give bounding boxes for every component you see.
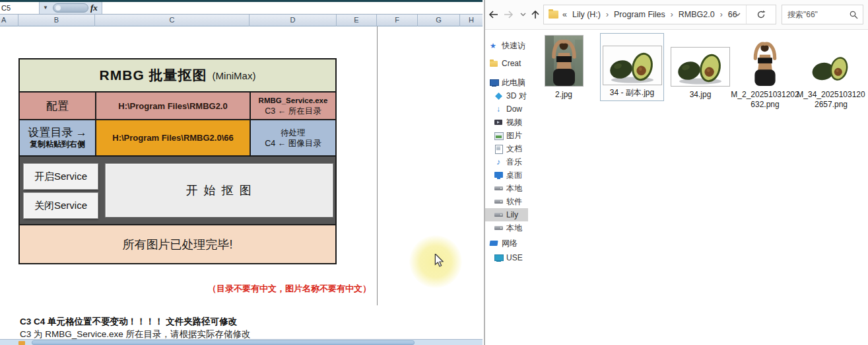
file-thumbnail xyxy=(602,36,662,85)
breadcrumb-item[interactable]: Lily (H:) xyxy=(571,10,602,19)
file-thumbnail xyxy=(543,34,584,86)
search-box[interactable]: 搜索"66" xyxy=(782,5,863,24)
address-bar[interactable]: « Lily (H:) › Program Files › xyxy=(543,5,776,24)
file-name: 34 - 副本.jpg xyxy=(602,88,662,98)
set-dir-label-cell[interactable]: 设置目录 → 复制粘贴到右侧 xyxy=(20,120,96,155)
breadcrumb-overflow[interactable]: « xyxy=(562,10,567,19)
breadcrumb-item[interactable]: Program Files xyxy=(613,10,667,19)
directory-row: 设置目录 → 复制粘贴到右侧 H:\Program Files\RMBG2.0\… xyxy=(20,119,335,155)
service-note-line2: C3 ← 所在目录 xyxy=(265,106,321,116)
column-header[interactable]: D xyxy=(250,15,337,26)
screen: C5 ▼ fx ABCDEFGH RMBG 批量抠图 (MiniMax) 配置 … xyxy=(0,0,868,345)
capsule-dot xyxy=(55,5,61,11)
formula-bar-input[interactable] xyxy=(102,2,483,14)
scrollbar-thumb[interactable] xyxy=(32,340,415,345)
close-service-button[interactable]: 关闭Service xyxy=(24,193,98,218)
file-thumbnail xyxy=(670,34,731,86)
search-icon xyxy=(850,11,858,19)
column-headers: ABCDEFGH xyxy=(0,15,483,26)
up-button[interactable] xyxy=(529,9,542,20)
back-arrow-icon xyxy=(488,10,498,19)
recent-locations-button[interactable] xyxy=(518,9,527,20)
set-dir-line2: 复制粘贴到右侧 xyxy=(30,139,85,149)
explorer-body: 快速访 Creat 此电脑 3D 对 xyxy=(485,30,868,345)
column-header[interactable]: H xyxy=(460,15,483,26)
avocado-photo-thumbnail xyxy=(671,48,729,86)
chevron-down-icon xyxy=(735,13,741,17)
page-break-line xyxy=(377,26,378,305)
formula-bar-row: C5 ▼ fx xyxy=(0,2,483,15)
status-message: 所有图片已处理完毕! xyxy=(20,224,335,263)
search-text: 搜索"66" xyxy=(782,9,850,20)
column-header[interactable]: B xyxy=(18,15,95,26)
service-note-line1: RMBG_Service.exe xyxy=(259,96,328,106)
open-service-button[interactable]: 开启Service xyxy=(24,164,98,189)
breadcrumb-separator-icon: › xyxy=(667,10,677,19)
pending-note-cell[interactable]: 待处理 C4 ← 图像目录 xyxy=(251,120,335,155)
file-name: M_34_20251031202657.png xyxy=(797,90,865,110)
service-path-cell-c3[interactable]: H:\Program Files\RMBG2.0 xyxy=(96,93,251,119)
chevron-down-icon xyxy=(520,13,526,17)
pending-line2: C4 ← 图像目录 xyxy=(265,138,321,149)
forward-button[interactable] xyxy=(502,9,516,20)
column-header[interactable]: E xyxy=(337,15,377,26)
back-button[interactable] xyxy=(486,9,500,20)
rmbg-tool-panel: RMBG 批量抠图 (MiniMax) 配置 H:\Program Files\… xyxy=(18,58,337,264)
explorer-toolbar: « Lily (H:) › Program Files › xyxy=(485,0,868,30)
tool-title-text: RMBG 批量抠图 xyxy=(100,66,207,85)
column-header[interactable]: F xyxy=(377,15,418,26)
tool-subtitle: (MiniMax) xyxy=(213,70,256,81)
insert-function-icon[interactable]: fx xyxy=(90,3,101,14)
file-list: 2.jpg xyxy=(485,30,868,345)
file-item[interactable]: M_34_20251031202657.png xyxy=(797,34,865,110)
folder-icon xyxy=(549,11,558,19)
up-arrow-icon xyxy=(531,10,540,19)
file-item[interactable]: 34.jpg xyxy=(670,34,731,100)
excel-window: C5 ▼ fx ABCDEFGH RMBG 批量抠图 (MiniMax) 配置 … xyxy=(0,0,483,345)
image-dir-cell-c4[interactable]: H:\Program Files\RMBG2.0\66 xyxy=(96,120,251,155)
note-line-2: C3 为 RMBG_Service.exe 所在目录，请根据实际存储修改 xyxy=(20,328,251,339)
file-explorer-window: « Lily (H:) › Program Files › xyxy=(484,0,868,345)
file-name: 34.jpg xyxy=(670,90,731,100)
service-note-cell[interactable]: RMBG_Service.exe C3 ← 所在目录 xyxy=(251,93,335,119)
warning-note: （目录不要有中文，图片名称不要有中文） xyxy=(198,283,371,295)
config-label-cell[interactable]: 配置 xyxy=(20,93,96,119)
file-name: M_2_20251031202632.png xyxy=(731,90,799,110)
taskbar-peek-icon xyxy=(18,341,25,345)
config-row: 配置 H:\Program Files\RMBG2.0 RMBG_Service… xyxy=(20,91,335,119)
woman-cutout-thumbnail xyxy=(747,38,783,86)
pending-line1: 待处理 xyxy=(281,128,306,138)
file-thumbnail xyxy=(797,34,865,86)
breadcrumb-separator-icon: › xyxy=(602,10,613,19)
file-item[interactable]: M_2_20251031202632.png xyxy=(731,34,799,110)
sheet-area[interactable]: RMBG 批量抠图 (MiniMax) 配置 H:\Program Files\… xyxy=(0,26,483,339)
avocado-cutout-thumbnail xyxy=(809,52,853,86)
note-line-1: C3 C4 单元格位置不要变动！！！！ 文件夹路径可修改 xyxy=(20,316,237,328)
file-item[interactable]: 2.jpg xyxy=(543,34,584,100)
column-header[interactable]: G xyxy=(418,15,460,26)
refresh-button[interactable] xyxy=(746,5,776,24)
namebox-dropdown-icon[interactable]: ▼ xyxy=(41,2,50,14)
start-matting-button[interactable]: 开 始 抠 图 xyxy=(106,164,333,217)
avocado-photo-thumbnail xyxy=(603,46,661,85)
forward-arrow-icon xyxy=(504,10,514,19)
column-header[interactable]: A xyxy=(0,15,18,26)
file-name: 2.jpg xyxy=(543,90,584,100)
excel-name-box[interactable]: C5 xyxy=(0,2,40,14)
file-item[interactable]: 34 - 副本.jpg xyxy=(600,33,664,101)
breadcrumb-item[interactable]: RMBG2.0 xyxy=(677,10,716,19)
set-dir-line1: 设置目录 → xyxy=(28,126,87,139)
formula-bar-capsule xyxy=(53,3,88,13)
button-panel: 开启Service 关闭Service 开 始 抠 图 xyxy=(20,155,335,224)
breadcrumb-separator-icon: › xyxy=(716,10,727,19)
file-thumbnail xyxy=(731,34,799,86)
refresh-icon xyxy=(756,10,766,19)
column-header[interactable]: C xyxy=(95,15,250,26)
address-dropdown-button[interactable] xyxy=(729,5,746,24)
excel-horizontal-scrollbar[interactable] xyxy=(0,339,483,345)
tool-title: RMBG 批量抠图 (MiniMax) xyxy=(20,59,335,91)
woman-photo-thumbnail xyxy=(545,36,583,86)
